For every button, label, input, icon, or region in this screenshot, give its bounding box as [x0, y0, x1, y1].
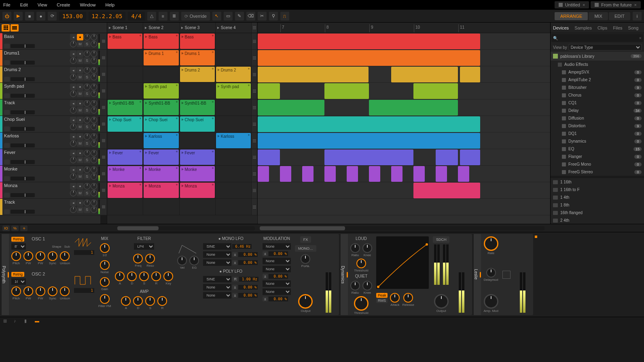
arm-button[interactable]: ●	[77, 34, 83, 40]
gain-knob[interactable]	[91, 107, 97, 114]
empty-clip-slot[interactable]	[107, 83, 143, 99]
fx-button[interactable]: FX	[300, 236, 311, 243]
solo-button[interactable]: S	[84, 107, 90, 114]
clip-8-1[interactable]: Monke	[144, 166, 178, 181]
aux-knob[interactable]	[70, 140, 76, 147]
noise-knob[interactable]	[100, 260, 110, 270]
clip-5-2[interactable]: Chop Suei	[180, 116, 215, 132]
device-item[interactable]: FreeG Stereo0	[551, 168, 644, 176]
octave-select-2[interactable]: 16'	[11, 278, 26, 285]
empty-clip-slot[interactable]	[216, 166, 252, 182]
pan-knob[interactable]	[84, 133, 90, 140]
osc2-value[interactable]: 1	[74, 288, 94, 293]
arrange-clip[interactable]	[258, 50, 480, 66]
send-knob[interactable]	[91, 34, 97, 40]
zoom-tool[interactable]: ⚲	[269, 12, 278, 21]
gain-knob[interactable]	[91, 206, 97, 213]
pan-knob[interactable]	[84, 100, 90, 107]
fold-button[interactable]: ◂	[70, 133, 76, 140]
track-header-7[interactable]: Fever ◂● MS	[0, 149, 100, 166]
gain-knob[interactable]	[91, 90, 97, 97]
octave-select-1[interactable]: 8'	[11, 243, 26, 250]
empty-clip-slot[interactable]	[216, 99, 252, 116]
empty-clip-slot[interactable]	[216, 199, 252, 215]
clip-item[interactable]: 16th flanged	[551, 209, 644, 217]
arm-button[interactable]: ●	[77, 67, 83, 74]
arrange-clip[interactable]	[413, 166, 425, 182]
pan-knob[interactable]	[84, 150, 90, 156]
arrange-track-6[interactable]	[258, 133, 550, 149]
arm-button[interactable]: ●	[77, 100, 83, 107]
fold-button[interactable]: ◂	[70, 67, 76, 74]
arrange-clip[interactable]	[258, 83, 280, 99]
1/2-knob[interactable]	[100, 243, 110, 253]
library-header[interactable]: pablosara's Library356	[551, 52, 644, 61]
gain-knob[interactable]	[91, 57, 97, 64]
track-menu[interactable]	[252, 133, 257, 149]
arrange-clip[interactable]	[258, 34, 480, 49]
unison-knob[interactable]	[60, 286, 70, 296]
mod-dest4[interactable]: None	[263, 280, 291, 287]
fold-button[interactable]: ◂	[70, 183, 76, 189]
loop-button[interactable]: ⟳	[48, 12, 57, 21]
arrange-track-5[interactable]	[258, 116, 550, 133]
filter-type-select[interactable]: LP4	[134, 243, 154, 250]
porta-knob[interactable]	[301, 254, 310, 264]
clip-3-1[interactable]: Synth pad	[144, 83, 178, 99]
viewby-select[interactable]: Device Type	[569, 44, 642, 51]
send-knob[interactable]	[91, 166, 97, 173]
arrange-clip[interactable]	[391, 67, 458, 82]
scene-header-1[interactable]: Scene 1	[107, 23, 143, 33]
arm-button[interactable]: ●	[77, 133, 83, 140]
routing-icon[interactable]	[4, 93, 10, 98]
empty-clip-slot[interactable]	[216, 33, 252, 49]
volume-slider[interactable]	[11, 127, 35, 131]
browser-tab-files[interactable]: Files	[613, 25, 622, 30]
mute-button[interactable]: M	[77, 190, 83, 196]
arm-button[interactable]: ●	[77, 166, 83, 173]
key-knob[interactable]	[163, 272, 173, 281]
clip-item[interactable]: 1 8th	[551, 201, 644, 209]
arrange-clip[interactable]	[369, 100, 458, 116]
release-knob[interactable]	[403, 293, 413, 303]
scene-header-2[interactable]: Scene 2	[143, 23, 179, 33]
timeline-ruler[interactable]: 7 8 9 10 11	[258, 23, 550, 33]
aux-knob[interactable]	[70, 74, 76, 80]
solo-button[interactable]: S	[84, 57, 90, 64]
attack-knob[interactable]	[390, 293, 400, 303]
aux-knob[interactable]	[70, 90, 76, 97]
routing-icon[interactable]	[4, 60, 10, 65]
play-button[interactable]: ▶	[14, 12, 23, 21]
pan-knob[interactable]	[84, 200, 90, 206]
clip-2-3[interactable]: Drums 2	[216, 67, 251, 82]
arrange-clip[interactable]	[369, 166, 380, 182]
dynamics-curve[interactable]	[376, 236, 429, 289]
track-menu[interactable]	[252, 33, 257, 49]
pitch-knob[interactable]	[11, 251, 21, 261]
stop-button[interactable]: ■	[25, 12, 34, 21]
routing-icon[interactable]	[4, 44, 10, 48]
solo-button[interactable]: S	[84, 140, 90, 147]
device-item[interactable]: EQ15	[551, 145, 644, 153]
arrange-clip[interactable]	[258, 149, 280, 165]
track-drag-handle[interactable]	[100, 116, 107, 133]
sync-knob[interactable]	[48, 251, 57, 261]
device-item[interactable]: AmpliTube 20	[551, 76, 644, 84]
polylfo-amt2[interactable]: 0.00 %	[238, 293, 258, 298]
close-icon[interactable]: ×	[583, 2, 585, 7]
loud-threshold-knob[interactable]	[356, 259, 366, 268]
track-drag-handle[interactable]	[100, 166, 107, 182]
volume-slider[interactable]	[11, 44, 35, 48]
close-icon[interactable]: ×	[634, 2, 637, 7]
retrig-button[interactable]: Retrig	[11, 237, 24, 242]
scene-menu[interactable]	[252, 23, 257, 33]
mute-button[interactable]: M	[77, 74, 83, 80]
browser-tab-clips[interactable]: Clips	[597, 25, 607, 30]
fold-button[interactable]: ◂	[70, 34, 76, 40]
arrange-clip[interactable]	[391, 166, 402, 182]
arrange-clip[interactable]	[258, 67, 369, 82]
empty-clip-slot[interactable]	[107, 66, 143, 82]
clip-item[interactable]: 2 4th	[551, 217, 644, 224]
r-knob[interactable]	[151, 272, 161, 281]
pencil-tool[interactable]: ✎	[235, 12, 244, 21]
